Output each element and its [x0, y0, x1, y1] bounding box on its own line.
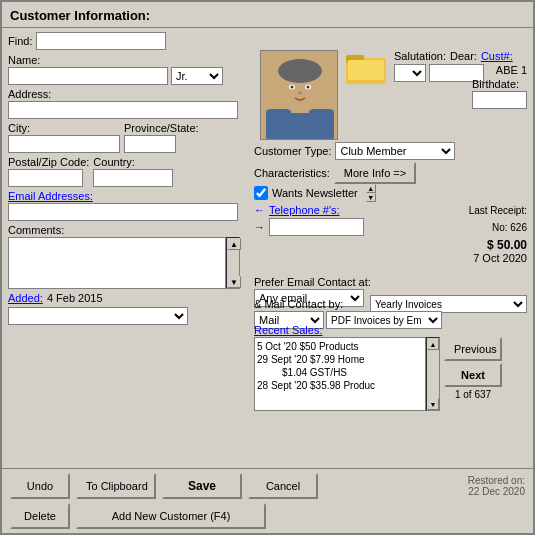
- comments-label: Comments:: [8, 224, 248, 236]
- suffix-select[interactable]: Jr.: [171, 67, 223, 85]
- postal-input[interactable]: M1X 4R9: [8, 169, 83, 187]
- sales-scroll-down[interactable]: ▼: [427, 398, 439, 410]
- svg-rect-1: [266, 109, 334, 140]
- newsletter-spin-up[interactable]: ▲: [366, 184, 376, 193]
- bottom-left-dropdown[interactable]: [8, 307, 188, 325]
- find-input[interactable]: [36, 32, 166, 50]
- clipboard-button[interactable]: To Clipboard: [76, 473, 156, 499]
- photo-area: [260, 50, 338, 140]
- svg-rect-12: [348, 60, 384, 80]
- telephone-label[interactable]: Telephone #'s:: [269, 204, 340, 216]
- newsletter-label: Wants Newsletter: [272, 187, 358, 199]
- recent-sales-list: 5 Oct '20 $50 Products 29 Sept '20 $7.99…: [254, 337, 426, 411]
- name-input[interactable]: Raymond Abedini: [8, 67, 168, 85]
- delete-button[interactable]: Delete: [10, 503, 70, 529]
- comments-textarea[interactable]: [8, 237, 226, 289]
- cust-num-link[interactable]: Cust#:: [481, 50, 513, 62]
- customer-type-area: Customer Type: Club Member: [254, 142, 527, 160]
- address-label: Address:: [8, 88, 248, 100]
- added-label[interactable]: Added:: [8, 292, 43, 304]
- receipt-date: 7 Oct 2020: [254, 252, 527, 264]
- svg-point-8: [307, 86, 310, 89]
- characteristics-label: Characteristics:: [254, 167, 330, 179]
- recent-sales-label[interactable]: Recent Sales:: [254, 324, 322, 336]
- svg-point-7: [291, 86, 294, 89]
- province-input[interactable]: ON: [124, 135, 176, 153]
- nav-buttons: Previous Next 1 of 637: [444, 337, 502, 411]
- added-value: 4 Feb 2015: [47, 292, 103, 304]
- receipt-no-label: No: 626: [492, 222, 527, 233]
- added-row: Added: 4 Feb 2015: [8, 292, 248, 304]
- telephone-input[interactable]: 416-888-2233: [269, 218, 364, 236]
- restored-info: Restored on: 22 Dec 2020: [468, 475, 525, 497]
- email-label[interactable]: Email Addresses:: [8, 190, 248, 202]
- find-label: Find:: [8, 35, 32, 47]
- customer-type-select[interactable]: Club Member: [335, 142, 455, 160]
- title-bar: Customer Information:: [2, 2, 533, 28]
- customer-type-label: Customer Type:: [254, 145, 331, 157]
- email-input[interactable]: abedini@nuverb.com: [8, 203, 238, 221]
- comments-scrollbar[interactable]: ▲ ▼: [226, 237, 240, 289]
- last-receipt-label: Last Receipt:: [469, 205, 527, 216]
- more-info-button[interactable]: More Info =>: [334, 162, 416, 184]
- save-button[interactable]: Save: [162, 473, 242, 499]
- salutation-label: Salutation:: [394, 50, 446, 62]
- telephone-area: ← Telephone #'s: Last Receipt: → 416-888…: [254, 204, 527, 264]
- country-label: Country:: [93, 156, 173, 168]
- birthdate-label: Birthdate:: [472, 78, 527, 90]
- person-photo: [261, 51, 338, 140]
- sale-item-2: 29 Sept '20 $7.99 Home: [257, 353, 423, 366]
- country-input[interactable]: Canada: [93, 169, 173, 187]
- tel-arrow-left[interactable]: ←: [254, 204, 265, 216]
- window-title: Customer Information:: [10, 8, 150, 23]
- province-label: Province/State:: [124, 122, 199, 134]
- page-count: 1 of 637: [444, 389, 502, 400]
- next-button[interactable]: Next: [444, 363, 502, 387]
- salutation-select[interactable]: [394, 64, 426, 82]
- svg-point-9: [298, 92, 302, 95]
- comments-scroll-down[interactable]: ▼: [227, 276, 241, 288]
- sales-scroll-up[interactable]: ▲: [427, 338, 439, 350]
- birthdate-input[interactable]: ???: [472, 91, 527, 109]
- undo-button[interactable]: Undo: [10, 473, 70, 499]
- characteristics-area: Characteristics: More Info =>: [254, 162, 527, 184]
- previous-button[interactable]: Previous: [444, 337, 502, 361]
- city-label: City:: [8, 122, 120, 134]
- sale-item-4: 28 Sept '20 $35.98 Produc: [257, 379, 423, 392]
- receipt-amount: $ 50.00: [254, 238, 527, 252]
- add-new-button[interactable]: Add New Customer (F4): [76, 503, 266, 529]
- name-label: Name:: [8, 54, 248, 66]
- sale-item-3: $1.04 GST/HS: [257, 366, 423, 379]
- sale-item-1: 5 Oct '20 $50 Products: [257, 340, 423, 353]
- customer-info-window: Customer Information: Find: Name: Raymon…: [0, 0, 535, 535]
- newsletter-spin-down[interactable]: ▼: [366, 193, 376, 202]
- postal-label: Postal/Zip Code:: [8, 156, 89, 168]
- folder-icon-area[interactable]: [346, 50, 388, 89]
- address-input[interactable]: 123 Somewhere Avenue: [8, 101, 238, 119]
- sales-scrollbar[interactable]: ▲ ▼: [426, 337, 440, 411]
- birthdate-area: Birthdate: ???: [472, 78, 527, 109]
- tel-arrow-right[interactable]: →: [254, 221, 265, 233]
- comments-scroll-up[interactable]: ▲: [227, 238, 241, 250]
- folder-icon: [346, 50, 388, 86]
- city-input[interactable]: Toronto: [8, 135, 120, 153]
- newsletter-area: Wants Newsletter ▲ ▼: [254, 184, 527, 205]
- mail-contact-label: & Mail Contact by:: [254, 298, 527, 310]
- svg-point-4: [278, 59, 322, 83]
- cancel-button[interactable]: Cancel: [248, 473, 318, 499]
- dear-label: Dear:: [450, 50, 477, 62]
- bottom-bar: Undo To Clipboard Save Cancel Restored o…: [2, 468, 533, 533]
- newsletter-checkbox[interactable]: [254, 186, 268, 200]
- recent-sales-area: Recent Sales: 5 Oct '20 $50 Products 29 …: [254, 324, 527, 411]
